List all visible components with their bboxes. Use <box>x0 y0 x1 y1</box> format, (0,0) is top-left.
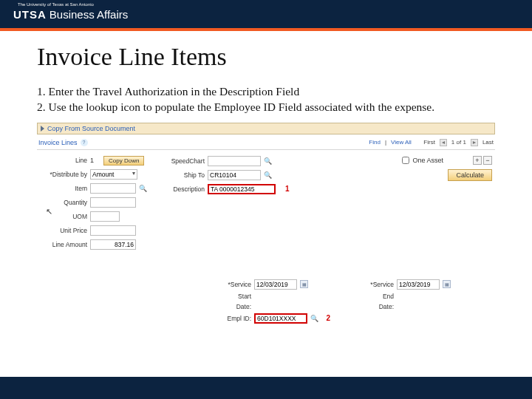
position-label: 1 of 1 <box>451 139 466 146</box>
one-asset-checkbox[interactable] <box>402 157 409 164</box>
description-input[interactable] <box>208 184 276 194</box>
service-label: *Service <box>367 281 394 288</box>
app-screenshot: Copy From Source Document Invoice Lines … <box>37 123 495 324</box>
instruction-2: 2. Use the lookup icon to populate the E… <box>37 100 495 115</box>
service-end-block: *Service ▦ End Date: <box>367 279 451 324</box>
calendar-icon[interactable]: ▦ <box>443 280 451 288</box>
uom-input[interactable] <box>90 211 120 222</box>
calculate-button[interactable]: Calculate <box>448 169 492 181</box>
callout-1: 1 <box>285 185 290 193</box>
speedchart-label: SpeedChart <box>162 157 205 165</box>
line-value: 1 <box>90 157 94 164</box>
university-name: The University of Texas at San Antonio <box>18 2 94 7</box>
callout-2: 2 <box>326 314 330 322</box>
invoice-lines-title: Invoice Lines <box>38 139 78 146</box>
item-label: Item <box>37 185 87 192</box>
service-start-date-input[interactable] <box>254 279 297 290</box>
line-amount-input[interactable] <box>90 239 136 250</box>
service-end-date-input[interactable] <box>397 279 440 290</box>
line-amount-label: Line Amount <box>37 241 87 248</box>
utsa-logo-text: UTSA <box>13 8 47 21</box>
speedchart-input[interactable] <box>208 156 261 166</box>
description-label: Description <box>162 185 205 193</box>
unit-price-label: Unit Price <box>37 227 87 234</box>
end-label: End <box>367 293 394 300</box>
dept-name: Business Affairs <box>50 8 128 21</box>
lookup-icon[interactable]: 🔍 <box>139 184 147 192</box>
remove-row-button[interactable]: − <box>483 156 492 165</box>
help-icon[interactable]: ? <box>81 139 88 146</box>
invoice-lines-header: Invoice Lines ? Find | View All First ◄ … <box>37 134 495 150</box>
find-link[interactable]: Find <box>369 139 381 146</box>
page-title: Invoice Line Items <box>37 43 495 71</box>
prev-icon[interactable]: ◄ <box>440 139 447 146</box>
lookup-icon[interactable]: 🔍 <box>264 157 272 165</box>
next-icon[interactable]: ► <box>471 139 478 146</box>
copy-down-button[interactable]: Copy Down <box>103 156 144 166</box>
copy-from-source-link[interactable]: Copy From Source Document <box>47 125 135 132</box>
empl-id-label: Empl ID: <box>225 315 251 322</box>
calendar-icon[interactable]: ▦ <box>300 280 308 288</box>
add-row-button[interactable]: + <box>473 156 482 165</box>
lookup-icon[interactable]: 🔍 <box>264 171 272 179</box>
service-label: *Service <box>225 281 251 288</box>
brand-header: The University of Texas at San Antonio U… <box>0 0 532 28</box>
quantity-input[interactable] <box>90 197 136 208</box>
expand-icon <box>41 126 44 132</box>
service-start-block: *Service ▦ Start Date: Empl ID: 🔍 2 <box>225 279 330 324</box>
distribute-by-select[interactable]: Amount <box>90 169 137 180</box>
first-label: First <box>423 139 435 146</box>
date-label: Date: <box>225 303 251 310</box>
footer-bar <box>0 377 532 399</box>
lookup-icon[interactable]: 🔍 <box>310 314 318 322</box>
quantity-label: Quantity <box>37 199 87 206</box>
distribute-by-label: *Distribute by <box>37 171 87 178</box>
ship-to-label: Ship To <box>162 171 205 179</box>
date-label: Date: <box>367 303 394 310</box>
empl-id-input[interactable] <box>254 313 307 324</box>
instruction-1: 1. Enter the Travel Authorization in the… <box>37 84 495 100</box>
copy-from-source-bar[interactable]: Copy From Source Document <box>37 123 495 134</box>
last-label: Last <box>482 139 494 146</box>
uom-label: UOM <box>37 213 87 220</box>
start-label: Start <box>225 293 251 300</box>
instructions: 1. Enter the Travel Authorization in the… <box>37 84 495 115</box>
record-nav: Find | View All First ◄ 1 of 1 ► Last <box>369 139 494 146</box>
view-all-link[interactable]: View All <box>391 139 412 146</box>
unit-price-input[interactable] <box>90 225 136 236</box>
one-asset-label: One Asset <box>412 157 443 164</box>
item-input[interactable] <box>90 183 136 194</box>
line-label: Line <box>37 157 87 164</box>
ship-to-input[interactable] <box>208 170 261 180</box>
